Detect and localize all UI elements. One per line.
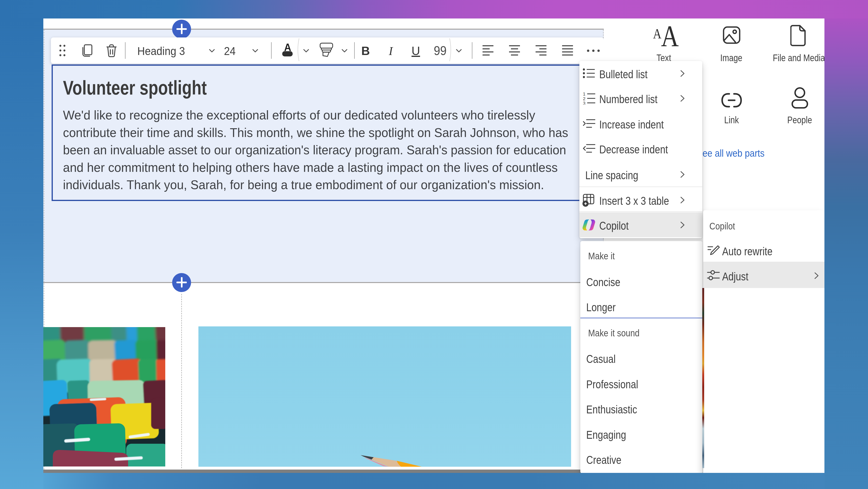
svg-text:2: 2 bbox=[583, 96, 586, 101]
svg-text:1: 1 bbox=[583, 92, 586, 96]
svg-text:3: 3 bbox=[583, 101, 586, 105]
